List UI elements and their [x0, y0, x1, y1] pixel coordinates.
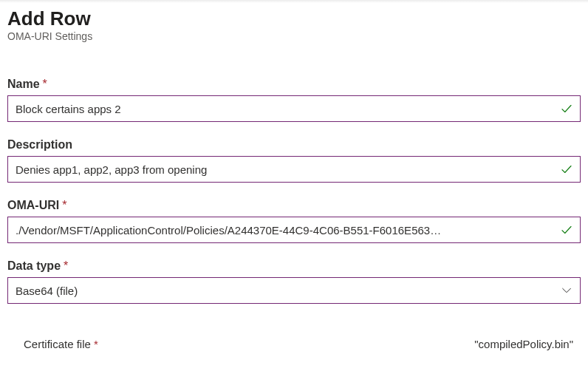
certificate-value: "compiledPolicy.bin" — [474, 338, 573, 350]
oma-uri-input-value: ./Vendor/MSFT/ApplicationControl/Policie… — [16, 224, 552, 237]
field-description: Description Denies app1, app2, app3 from… — [7, 138, 581, 183]
data-type-label: Data type * — [7, 259, 581, 273]
required-marker: * — [64, 259, 68, 273]
name-input-value: Block certains apps 2 — [16, 103, 552, 115]
certificate-label-text: Certificate file — [24, 338, 91, 350]
check-icon — [559, 222, 574, 237]
description-label: Description — [7, 138, 581, 152]
check-icon — [559, 101, 574, 116]
required-marker: * — [94, 338, 98, 350]
required-marker: * — [43, 78, 47, 91]
field-oma-uri: OMA-URI * ./Vendor/MSFT/ApplicationContr… — [7, 199, 581, 243]
field-data-type: Data type * Base64 (file) — [7, 259, 581, 304]
name-label: Name * — [7, 78, 581, 91]
oma-uri-input[interactable]: ./Vendor/MSFT/ApplicationControl/Policie… — [7, 217, 581, 243]
oma-uri-label: OMA-URI * — [7, 199, 581, 212]
chevron-down-icon — [559, 283, 574, 298]
certificate-label: Certificate file * — [24, 338, 98, 350]
data-type-select[interactable]: Base64 (file) — [7, 277, 581, 304]
check-icon — [559, 162, 574, 177]
oma-uri-label-text: OMA-URI — [7, 199, 59, 212]
page-subtitle: OMA-URI Settings — [7, 30, 581, 42]
description-label-text: Description — [7, 138, 72, 152]
data-type-select-value: Base64 (file) — [16, 285, 552, 297]
required-marker: * — [62, 199, 66, 212]
field-name: Name * Block certains apps 2 — [7, 78, 581, 122]
name-label-text: Name — [7, 78, 40, 91]
description-input[interactable]: Denies app1, app2, app3 from opening — [7, 156, 581, 183]
data-type-label-text: Data type — [7, 259, 61, 273]
page-title: Add Row — [7, 7, 581, 30]
certificate-row: Certificate file * "compiledPolicy.bin" — [7, 338, 581, 350]
name-input[interactable]: Block certains apps 2 — [7, 95, 581, 122]
description-input-value: Denies app1, app2, app3 from opening — [16, 163, 552, 176]
